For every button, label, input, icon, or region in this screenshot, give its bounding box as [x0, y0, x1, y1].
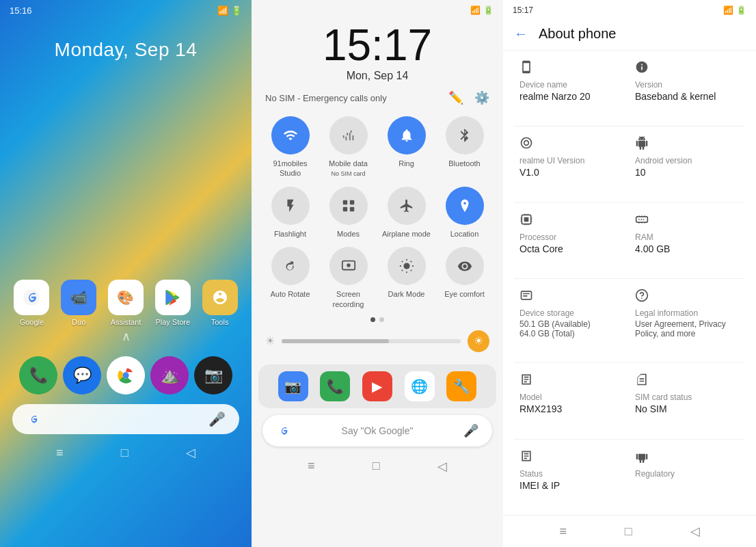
svg-point-10: [524, 141, 529, 146]
dock-messages[interactable]: 💬: [63, 356, 101, 395]
phone1-date: Monday, Sep 14: [0, 39, 252, 61]
phone3-header: ← About phone: [503, 18, 756, 51]
location-tile-btn[interactable]: [446, 187, 484, 225]
model-label: Model: [519, 392, 624, 402]
tile-bluetooth[interactable]: Bluetooth: [440, 116, 489, 178]
realme-ui-label: realme UI Version: [519, 156, 624, 165]
app-tools[interactable]: Tools: [199, 280, 241, 326]
phone1-nav: ≡ □ ◁: [0, 438, 252, 467]
svg-rect-3: [349, 200, 353, 204]
info-status[interactable]: Status IMEI & IP: [514, 440, 630, 516]
processor-label: Processor: [519, 232, 624, 242]
svg-rect-2: [342, 200, 347, 204]
info-device-name[interactable]: Device name realme Narzo 20: [514, 51, 630, 126]
eyecomfort-tile-btn[interactable]: [446, 247, 484, 285]
nav-home-icon[interactable]: □: [373, 459, 380, 473]
info-regulatory[interactable]: Regulatory: [630, 440, 745, 516]
tile-mobiledata[interactable]: Mobile dataNo SIM card: [323, 116, 373, 178]
bottom-app-1[interactable]: 📷: [278, 371, 308, 401]
playstore-icon[interactable]: [155, 280, 191, 315]
info-ram[interactable]: RAM 4.00 GB: [630, 203, 745, 279]
nav-back-icon[interactable]: ◁: [690, 524, 700, 539]
wifi-tile-label: 91mobilesStudio: [273, 159, 307, 178]
info-processor[interactable]: Processor Octa Core: [514, 203, 630, 279]
location-tile-label: Location: [450, 229, 479, 239]
google-search-placeholder: Say "Ok Google": [342, 425, 414, 436]
phone2-google-bar[interactable]: Say "Ok Google" 🎤: [262, 415, 492, 446]
tile-wifi[interactable]: 91mobilesStudio: [265, 116, 315, 178]
info-realme-ui[interactable]: realme UI Version V1.0: [514, 126, 630, 202]
dock-phone[interactable]: 📞: [19, 356, 57, 395]
autorotate-tile-btn[interactable]: [271, 247, 310, 285]
tile-location[interactable]: Location: [440, 187, 489, 239]
phone2-sim-icons: ✏️ ⚙️: [448, 90, 489, 105]
phone2-clock: 15:17: [252, 23, 503, 67]
airplane-tile-btn[interactable]: [388, 187, 426, 225]
google-icon[interactable]: [14, 280, 49, 315]
svg-point-9: [522, 138, 532, 148]
tile-flashlight[interactable]: Flashlight: [265, 187, 315, 239]
brightness-bar[interactable]: [282, 339, 461, 343]
info-storage[interactable]: Device storage 50.1 GB (Available)64.0 G…: [514, 279, 630, 363]
tile-darkmode[interactable]: Dark Mode: [381, 247, 431, 309]
google-logo-icon: [26, 412, 41, 427]
dock-mountains[interactable]: ⛰️: [150, 356, 189, 395]
info-version[interactable]: Version Baseband & kernel: [630, 51, 745, 126]
brightness-max-btn[interactable]: ☀: [468, 330, 489, 352]
screenrecording-tile-btn[interactable]: [329, 247, 368, 285]
flashlight-tile-btn[interactable]: [271, 187, 310, 225]
nav-home-icon[interactable]: □: [625, 524, 632, 539]
nav-back-icon[interactable]: ◁: [437, 459, 447, 474]
info-android[interactable]: Android version 10: [630, 126, 745, 202]
mobiledata-tile-btn[interactable]: [329, 116, 368, 155]
nav-menu-icon[interactable]: ≡: [559, 524, 567, 539]
info-model[interactable]: Model RMX2193: [514, 363, 630, 439]
regulatory-icon: [635, 449, 740, 466]
ring-tile-btn[interactable]: [388, 116, 426, 155]
wifi-tile-btn[interactable]: [271, 116, 310, 155]
tile-eyecomfort[interactable]: Eye comfort: [440, 247, 489, 309]
edit-icon[interactable]: ✏️: [448, 90, 463, 105]
tile-autorotate[interactable]: Auto Rotate: [265, 247, 315, 309]
darkmode-tile-btn[interactable]: [388, 247, 426, 285]
modes-tile-label: Modes: [337, 229, 360, 239]
dock-camera[interactable]: 📷: [194, 356, 232, 395]
dock-chrome[interactable]: [107, 356, 145, 395]
voice-icon[interactable]: 🎤: [208, 411, 226, 427]
bottom-app-3[interactable]: ▶: [362, 371, 392, 401]
tile-ring[interactable]: Ring: [381, 116, 431, 178]
settings-icon[interactable]: ⚙️: [474, 90, 489, 105]
tools-icon[interactable]: [202, 280, 238, 315]
svg-rect-4: [342, 207, 347, 211]
tile-modes[interactable]: Modes: [323, 187, 373, 239]
info-simcard[interactable]: SIM card status No SIM: [630, 363, 745, 439]
nav-menu-icon[interactable]: ≡: [56, 446, 64, 460]
app-google[interactable]: Google: [11, 280, 53, 326]
tile-screenrecording[interactable]: Screenrecording: [323, 247, 373, 309]
google-mic-icon[interactable]: 🎤: [463, 423, 478, 438]
info-legal[interactable]: Legal information User Agreement, Privac…: [630, 279, 745, 363]
nav-back-icon[interactable]: ◁: [186, 445, 195, 460]
back-button[interactable]: ←: [514, 26, 528, 42]
bluetooth-tile-btn[interactable]: [446, 116, 484, 155]
app-assistant[interactable]: 🎨 Assistant: [105, 280, 147, 326]
nav-home-icon[interactable]: □: [121, 446, 129, 460]
airplane-tile-label: Airplane mode: [382, 229, 431, 239]
phone1-status-bar: 15:16 📶 🔋: [0, 0, 252, 18]
assistant-icon[interactable]: 🎨: [108, 280, 144, 315]
phone3-time: 15:17: [513, 5, 533, 15]
phone1-search-bar[interactable]: 🎤: [12, 404, 239, 434]
bottom-app-4[interactable]: 🌐: [405, 371, 435, 401]
app-duo[interactable]: 📹 Duo: [58, 280, 100, 326]
tile-airplane[interactable]: Airplane mode: [381, 187, 431, 239]
nav-menu-icon[interactable]: ≡: [308, 459, 315, 473]
google-search-icon: [276, 423, 291, 438]
app-playstore[interactable]: Play Store: [152, 280, 193, 326]
processor-value: Octa Core: [519, 243, 624, 254]
bottom-app-2[interactable]: 📞: [320, 371, 350, 401]
svg-rect-15: [523, 293, 530, 295]
brightness-fill: [282, 339, 389, 343]
duo-icon[interactable]: 📹: [61, 280, 96, 315]
modes-tile-btn[interactable]: [329, 187, 368, 225]
bottom-app-5[interactable]: 🔧: [446, 371, 476, 401]
